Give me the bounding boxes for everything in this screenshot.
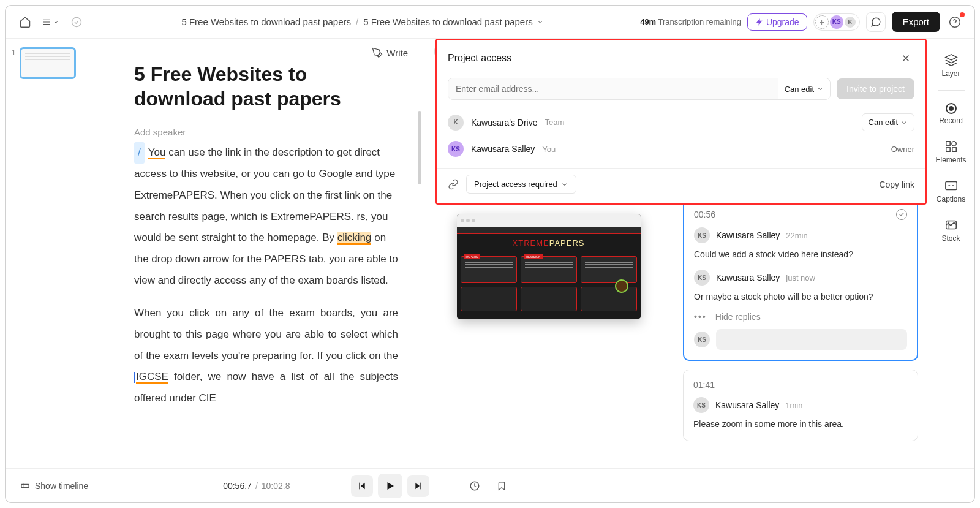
user-presence[interactable]: + KS K	[813, 13, 860, 31]
speed-button[interactable]	[466, 477, 483, 495]
comment-timestamp[interactable]: 00:56	[694, 210, 715, 219]
svg-rect-15	[21, 484, 29, 487]
avatar: K	[845, 17, 856, 28]
tool-captions[interactable]: Captions	[927, 173, 974, 210]
svg-marker-20	[416, 482, 420, 489]
menu-icon[interactable]	[42, 13, 59, 31]
check-circle-icon[interactable]	[68, 13, 85, 31]
upgrade-button[interactable]: Upgrade	[747, 13, 807, 31]
avatar: KS	[694, 227, 710, 243]
breadcrumb-separator: /	[356, 17, 358, 27]
member-role: Owner	[891, 145, 914, 154]
add-user-icon[interactable]: +	[815, 15, 829, 29]
link-icon	[448, 179, 459, 190]
svg-point-4	[950, 17, 960, 27]
member-row: KS Kawusara Salley You Owner	[448, 136, 914, 162]
project-access-panel: Project access Can edit Invite to projec…	[435, 39, 927, 205]
breadcrumb-parent[interactable]: 5 Free Websites to download past papers	[181, 17, 351, 27]
hide-replies-button[interactable]: Hide replies	[715, 312, 761, 322]
comment-button[interactable]	[866, 12, 886, 32]
comment-thread[interactable]: 01:41 KS Kawusara Salley 1min Please zoo…	[683, 370, 918, 441]
svg-rect-21	[421, 482, 421, 489]
slide-thumb-preview	[20, 47, 76, 79]
time-display: 00:56.7/10:02.8	[223, 481, 290, 491]
permission-select[interactable]: Can edit	[778, 78, 830, 99]
svg-marker-17	[361, 482, 365, 489]
access-level-select[interactable]: Project access required	[466, 175, 576, 194]
skip-forward-button[interactable]	[407, 475, 429, 497]
breadcrumb: 5 Free Websites to download past papers …	[94, 17, 631, 27]
invite-button[interactable]: Invite to project	[837, 78, 914, 99]
copy-link-button[interactable]: Copy link	[879, 180, 914, 189]
reply-input[interactable]	[716, 329, 907, 350]
timeline-icon	[20, 481, 30, 491]
comment-text: Or maybe a stock photo will be a better …	[694, 290, 907, 303]
segment-marker[interactable]: /	[134, 142, 145, 164]
member-permission-select[interactable]: Can edit	[862, 113, 914, 131]
avatar: KS	[693, 397, 709, 413]
write-button[interactable]: Write	[372, 47, 408, 58]
svg-rect-12	[952, 148, 956, 151]
svg-point-3	[72, 17, 81, 26]
show-timeline-button[interactable]: Show timeline	[20, 481, 88, 491]
comment-text: Please zoom in some more in this area.	[693, 418, 908, 431]
record-icon	[946, 103, 957, 114]
pen-icon	[372, 47, 383, 58]
slide-thumbnails: 1	[6, 39, 91, 468]
svg-point-10	[951, 142, 956, 146]
home-icon[interactable]	[17, 13, 34, 31]
close-icon[interactable]	[897, 50, 914, 67]
highlighted-word: clicking	[337, 232, 372, 245]
member-row: K Kawusara's Drive Team Can edit	[448, 108, 914, 136]
tool-layer[interactable]: Layer	[927, 47, 974, 84]
tool-record[interactable]: Record	[927, 97, 974, 131]
layers-icon	[944, 53, 958, 67]
svg-rect-11	[946, 148, 949, 151]
lightning-icon	[755, 18, 764, 26]
document-title[interactable]: 5 Free Websites to download past papers	[134, 62, 398, 111]
svg-marker-19	[388, 482, 394, 490]
skip-back-button[interactable]	[351, 475, 373, 497]
more-options-icon[interactable]: •••	[694, 312, 707, 322]
avatar: KS	[694, 332, 710, 347]
svg-marker-8	[945, 55, 956, 60]
breadcrumb-current[interactable]: 5 Free Websites to download past papers	[363, 17, 544, 27]
avatar: KS	[448, 141, 464, 157]
svg-rect-13	[945, 182, 956, 190]
preview-logo: XTREMEPAPERS	[513, 238, 585, 248]
scrollbar[interactable]	[418, 111, 421, 184]
svg-rect-9	[946, 142, 949, 145]
video-preview[interactable]: XTREMEPAPERS PAPERS REVISION	[457, 214, 641, 319]
transcript-body[interactable]: /You can use the link in the description…	[134, 142, 398, 409]
chevron-down-icon[interactable]	[537, 18, 544, 26]
help-button[interactable]	[946, 13, 963, 31]
tool-stock[interactable]: Stock	[927, 212, 974, 249]
transcription-remaining: 49m Transcription remaining	[640, 17, 741, 26]
elements-icon	[944, 140, 958, 153]
comment-text: Could we add a stock video here instead?	[694, 248, 907, 261]
comment-timestamp[interactable]: 01:41	[693, 380, 715, 390]
stock-icon	[944, 218, 958, 232]
resolve-button[interactable]	[896, 209, 907, 220]
add-speaker-button[interactable]: Add speaker	[134, 127, 186, 137]
svg-rect-18	[360, 482, 360, 489]
invite-email-input[interactable]	[448, 78, 778, 99]
project-access-title: Project access	[448, 53, 511, 64]
avatar: K	[448, 115, 464, 131]
highlighted-word: IGCSE	[136, 371, 168, 384]
captions-icon	[944, 179, 958, 192]
slide-thumb[interactable]: 1	[12, 47, 85, 79]
comment-thread[interactable]: 00:56 KS Kawusara Salley 22min Could we …	[683, 198, 918, 361]
avatar: KS	[830, 15, 843, 29]
avatar: KS	[694, 270, 710, 286]
play-button[interactable]	[378, 474, 402, 498]
bookmark-button[interactable]	[493, 477, 510, 495]
webcam-overlay	[615, 279, 628, 293]
export-button[interactable]: Export	[892, 12, 940, 32]
text-cursor	[134, 372, 135, 383]
tool-elements[interactable]: Elements	[927, 134, 974, 170]
